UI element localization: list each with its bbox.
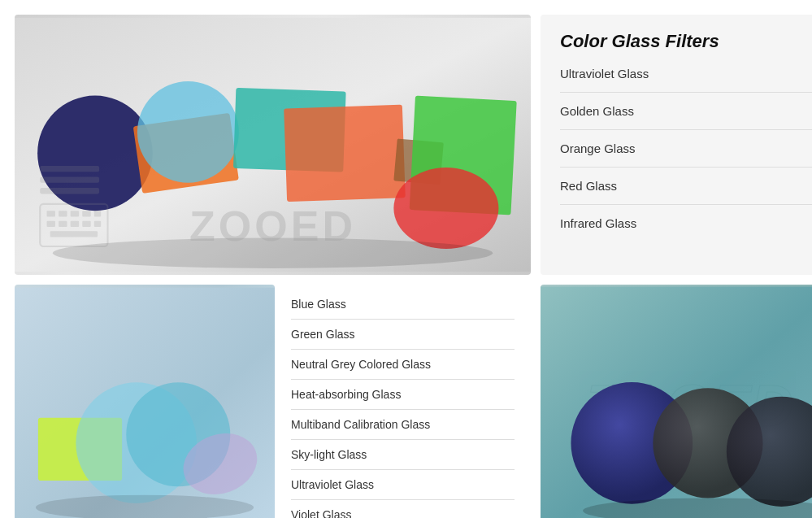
filter-item-infrared[interactable]: Infrared Glass <box>560 216 812 230</box>
svg-point-8 <box>393 168 498 249</box>
svg-rect-16 <box>47 221 55 227</box>
bottom-section: Blue Glass Green Glass Neutral Grey Colo… <box>15 285 531 518</box>
filter-item-orange[interactable]: Orange Glass <box>560 141 812 168</box>
filter-item-red[interactable]: Red Glass <box>560 179 812 205</box>
list-item-neutral-grey[interactable]: Neutral Grey Colored Glass <box>291 358 515 380</box>
svg-rect-22 <box>40 166 99 172</box>
svg-rect-20 <box>94 221 101 227</box>
list-item-ultraviolet2[interactable]: Ultraviolet Glass <box>291 478 515 500</box>
svg-rect-17 <box>59 221 67 227</box>
svg-point-9 <box>53 238 493 268</box>
filter-item-ultraviolet[interactable]: Ultraviolet Glass <box>560 67 812 93</box>
svg-rect-11 <box>47 211 55 216</box>
svg-rect-23 <box>40 177 99 183</box>
svg-rect-5 <box>284 105 406 202</box>
list-item-green[interactable]: Green Glass <box>291 328 515 350</box>
bottom-left-photo <box>15 285 275 518</box>
filter-list: Ultraviolet Glass Golden Glass Orange Gl… <box>560 67 812 230</box>
svg-rect-21 <box>50 231 98 237</box>
bottom-glass-list: Blue Glass Green Glass Neutral Grey Colo… <box>275 285 531 518</box>
svg-rect-13 <box>71 211 79 216</box>
filter-item-golden[interactable]: Golden Glass <box>560 104 812 130</box>
list-item-violet[interactable]: Violet Glass <box>291 508 515 518</box>
top-right-panel: Color Glass Filters Ultraviolet Glass Go… <box>541 15 812 275</box>
svg-rect-14 <box>82 211 90 216</box>
list-item-skylight[interactable]: Sky-light Glass <box>291 448 515 470</box>
list-item-blue[interactable]: Blue Glass <box>291 298 515 320</box>
svg-point-3 <box>137 81 239 183</box>
svg-rect-15 <box>94 211 101 216</box>
svg-rect-12 <box>59 211 67 216</box>
list-item-heat[interactable]: Heat-absorbing Glass <box>291 388 515 410</box>
filter-heading: Color Glass Filters <box>560 31 812 52</box>
top-left-photo: ZOOED <box>15 15 531 275</box>
bottom-list: Blue Glass Green Glass Neutral Grey Colo… <box>291 298 515 518</box>
bottom-right-photo: ZOOED <box>541 285 812 518</box>
svg-rect-18 <box>71 221 79 227</box>
list-item-multiband[interactable]: Multiband Calibration Glass <box>291 418 515 440</box>
svg-rect-24 <box>40 188 99 194</box>
main-container: ZOOED Color Glass Filters Ultraviolet Gl… <box>0 0 812 518</box>
svg-rect-19 <box>82 221 90 227</box>
